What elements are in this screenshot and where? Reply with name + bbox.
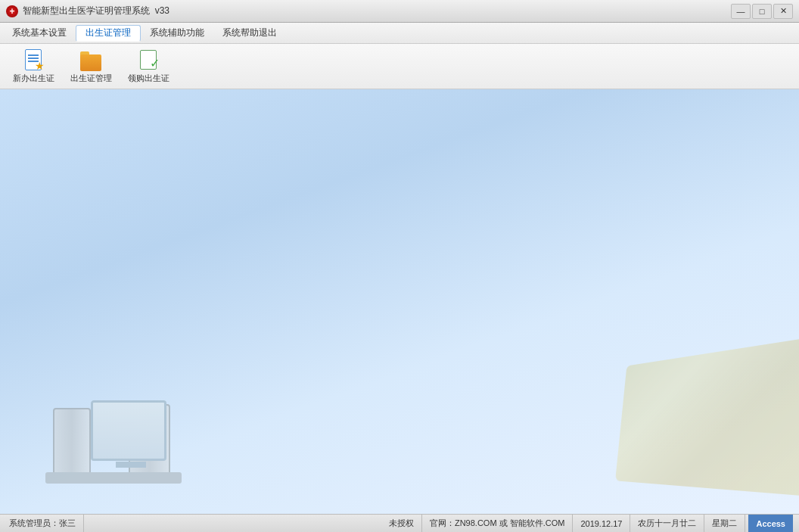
title-text: 智能新型出生医学证明管理系统 [23,5,150,16]
hands-illustration [587,332,799,499]
toolbar: ★ 新办出生证 出生证管理 ✓ 领购出生证 [0,44,799,89]
menu-label: 系统基本设置 [12,26,67,39]
minimize-button[interactable]: — [731,4,751,19]
lunar-info: 农历十一月廿二 [630,515,704,532]
manage-cert-label: 出生证管理 [70,73,112,84]
new-cert-icon: ★ [21,48,45,71]
app-icon [6,5,18,17]
db-type-text: Access [756,519,785,528]
date-info: 2019.12.17 [573,515,630,532]
maximize-button[interactable]: □ [752,4,772,19]
manage-cert-button[interactable]: 出生证管理 [64,47,118,86]
website-text: 官网：ZN98.COM 或 智能软件.COM [430,518,564,529]
menu-item-cert-management[interactable]: 出生证管理 [76,25,141,42]
version-text: v33 [155,5,169,16]
manage-cert-icon [79,48,103,71]
menu-item-help-exit[interactable]: 系统帮助退出 [213,25,286,42]
title-bar: 智能新型出生医学证明管理系统 v33 — □ ✕ [0,0,799,23]
weekday-text: 星期二 [712,518,737,529]
status-bar: 系统管理员：张三 未授权 官网：ZN98.COM 或 智能软件.COM 2019… [0,514,799,532]
lunar-text: 农历十一月廿二 [638,518,696,529]
receive-cert-button[interactable]: ✓ 领购出生证 [121,47,176,86]
new-cert-button[interactable]: ★ 新办出生证 [6,47,61,86]
menu-item-assist-functions[interactable]: 系统辅助功能 [141,25,213,42]
date-text: 2019.12.17 [580,519,622,528]
menu-label: 出生证管理 [85,26,131,39]
main-content [0,89,799,514]
admin-info: 系统管理员：张三 [6,515,84,532]
weekday-info: 星期二 [704,515,745,532]
menu-label: 系统辅助功能 [150,26,204,39]
receive-cert-icon: ✓ [136,48,160,71]
license-text: 未授权 [389,518,414,529]
menu-label: 系统帮助退出 [222,26,277,39]
new-cert-label: 新办出生证 [13,73,54,84]
app-title: 智能新型出生医学证明管理系统 v33 [23,5,731,17]
admin-text: 系统管理员：张三 [9,518,76,529]
website-info: 官网：ZN98.COM 或 智能软件.COM [422,515,573,532]
menu-bar: 系统基本设置 出生证管理 系统辅助功能 系统帮助退出 [0,23,799,44]
close-button[interactable]: ✕ [773,4,793,19]
window-controls: — □ ✕ [731,4,793,19]
license-info: 未授权 [381,515,422,532]
db-type-badge: Access [748,515,793,532]
menu-item-system-settings[interactable]: 系统基本设置 [3,25,76,42]
computer-illustration [30,355,182,491]
receive-cert-label: 领购出生证 [128,73,169,84]
